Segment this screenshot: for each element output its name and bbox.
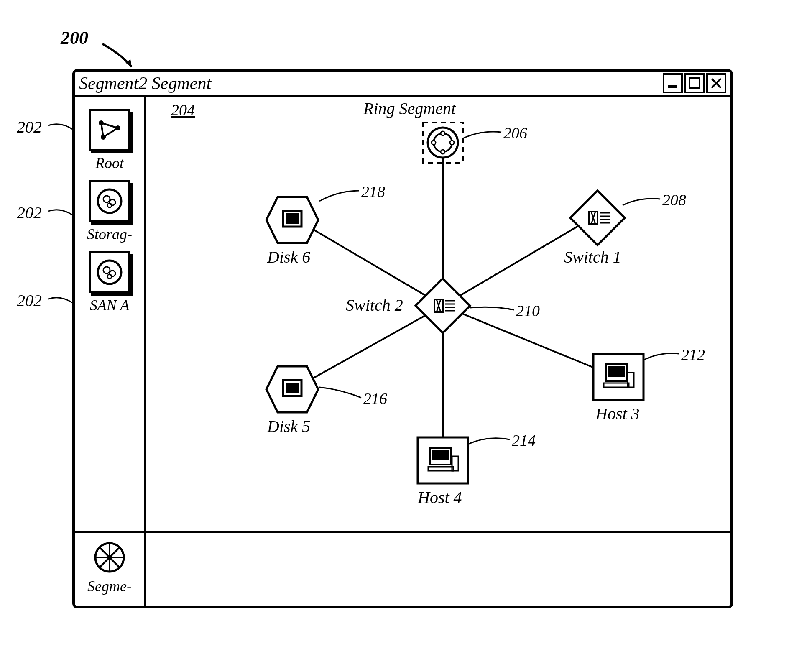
svg-line-9 [101, 123, 103, 137]
sidebar-item-root[interactable]: Root [89, 109, 130, 172]
svg-point-16 [110, 271, 115, 276]
ref-202-3: 202 [17, 291, 42, 310]
disk5-label: Disk 5 [267, 416, 310, 436]
sidebar-item-label: Root [95, 154, 124, 172]
sidebar-item-label: SAN A [90, 296, 129, 314]
svg-rect-0 [668, 85, 677, 88]
svg-rect-62 [286, 213, 299, 224]
ref-216: 216 [363, 389, 387, 408]
bottom-main [146, 533, 730, 607]
bottom-area: Segme- [75, 531, 730, 607]
ref-206: 206 [503, 124, 527, 142]
sidebar-item-segment[interactable]: Segme- [87, 541, 132, 595]
san-icon [89, 251, 130, 293]
sidebar-item-storage[interactable]: Storag- [87, 180, 132, 243]
minimize-button[interactable] [663, 73, 683, 93]
close-button[interactable] [706, 73, 726, 93]
svg-point-12 [110, 199, 115, 205]
switch2-node [416, 279, 470, 333]
sidebar-item-label: Segme- [87, 577, 132, 595]
segment-icon [93, 541, 126, 574]
svg-point-13 [107, 203, 112, 207]
svg-point-30 [432, 141, 436, 145]
svg-rect-59 [286, 383, 299, 393]
sidebar: Root Storag- [75, 97, 146, 531]
ref-208: 208 [662, 191, 686, 209]
figure-number: 200 [61, 27, 88, 49]
disk5-node [266, 366, 318, 412]
host3-node [593, 354, 643, 400]
bottom-sidebar: Segme- [75, 533, 146, 607]
switch1-node [570, 191, 625, 245]
disk6-label: Disk 6 [267, 247, 310, 267]
ref-202-1: 202 [17, 117, 42, 137]
svg-point-11 [103, 196, 110, 202]
root-icon [89, 109, 130, 151]
svg-point-15 [103, 267, 110, 273]
svg-point-28 [450, 141, 454, 145]
application-window: Segment2 Segment [72, 69, 733, 608]
svg-line-7 [101, 123, 118, 128]
switch1-label: Switch 1 [564, 247, 621, 267]
switch2-label: Switch 2 [346, 295, 403, 315]
svg-point-27 [441, 131, 445, 135]
title-bar: Segment2 Segment [75, 72, 730, 97]
svg-point-29 [441, 150, 445, 154]
svg-rect-1 [689, 78, 700, 88]
sidebar-item-san-a[interactable]: SAN A [89, 251, 130, 314]
svg-point-17 [107, 274, 112, 279]
topology-svg [146, 97, 731, 527]
ref-202-2: 202 [17, 203, 42, 222]
svg-line-8 [103, 128, 118, 137]
ref-218: 218 [361, 182, 385, 201]
ref-210: 210 [516, 302, 540, 320]
host4-label: Host 4 [418, 488, 462, 507]
storage-icon [89, 180, 130, 222]
disk6-node [266, 197, 318, 243]
ref-212: 212 [681, 345, 705, 364]
svg-line-19 [443, 222, 585, 306]
svg-rect-54 [432, 450, 449, 460]
window-title: Segment2 Segment [79, 73, 663, 93]
host4-node [418, 437, 468, 483]
host3-label: Host 3 [595, 404, 640, 424]
figure-arrow [100, 42, 138, 71]
svg-rect-49 [608, 366, 625, 377]
svg-line-22 [301, 306, 443, 385]
window-controls [663, 73, 726, 93]
topology-canvas[interactable]: 204 Ring Segment [146, 97, 730, 531]
main-area: Root Storag- [75, 97, 730, 531]
svg-line-23 [301, 222, 443, 306]
sidebar-item-label: Storag- [87, 225, 132, 243]
maximize-button[interactable] [684, 73, 705, 93]
ring-segment-node [423, 123, 463, 163]
ref-214: 214 [512, 431, 536, 450]
